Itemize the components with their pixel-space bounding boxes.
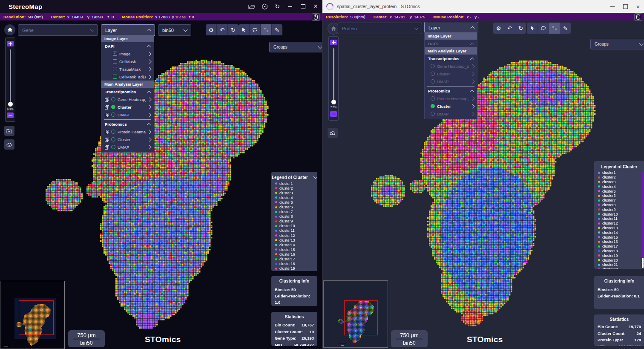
chevron-right-icon[interactable]: [471, 64, 475, 68]
duplicate-layer-icon[interactable]: [104, 130, 109, 134]
settings-icon[interactable]: [258, 0, 271, 13]
file-browser-button[interactable]: [4, 126, 14, 136]
maximize-icon[interactable]: [296, 0, 309, 13]
layer-item[interactable]: CellMask_adjusted: [101, 73, 154, 81]
main-analysis-section[interactable]: Main Analysis Layer: [425, 47, 477, 55]
checkbox-icon[interactable]: [113, 75, 117, 79]
settings-gear-button[interactable]: ⚙: [493, 23, 504, 34]
minimize-icon[interactable]: [284, 0, 296, 13]
radio-icon[interactable]: [431, 104, 435, 108]
chevron-right-icon[interactable]: [147, 130, 152, 134]
layer-item[interactable]: Gene Heatmap_tis...: [425, 62, 477, 70]
layer-item[interactable]: CellMask: [101, 58, 154, 65]
zoom-slider-track[interactable]: [333, 48, 334, 104]
box-select-tool-button[interactable]: [261, 24, 272, 35]
proteomics-group[interactable]: Proteomics: [101, 121, 154, 128]
home-button[interactable]: [4, 24, 15, 35]
checkbox-icon[interactable]: [113, 59, 117, 63]
pen-tool-button[interactable]: ✎: [272, 24, 282, 35]
radio-icon[interactable]: [431, 96, 435, 101]
chevron-right-icon[interactable]: [147, 145, 152, 149]
legend-item[interactable]: cluster12: [275, 233, 317, 238]
groups-dropdown[interactable]: Groups: [269, 42, 322, 52]
duplicate-layer-icon[interactable]: [104, 145, 109, 149]
chevron-right-icon[interactable]: [147, 67, 152, 71]
radio-icon[interactable]: [111, 105, 115, 109]
dapi-group[interactable]: DAPI: [425, 40, 477, 47]
refresh-icon[interactable]: ↻: [271, 0, 284, 13]
layer-item[interactable]: Cluster: [101, 103, 154, 111]
radio-icon[interactable]: [431, 72, 435, 76]
chevron-right-icon[interactable]: [147, 75, 152, 79]
legend-item[interactable]: cluster22: [598, 267, 644, 269]
cursor-tool-button[interactable]: [527, 23, 538, 34]
redo-button[interactable]: ↻: [515, 23, 526, 34]
mouse-icon[interactable]: [634, 13, 642, 21]
layer-item[interactable]: Cluster: [101, 136, 154, 143]
radio-icon[interactable]: [111, 130, 115, 134]
zoom-in-button[interactable]: [330, 40, 337, 45]
radio-icon[interactable]: [111, 137, 115, 141]
viewport-rectangle[interactable]: [19, 300, 54, 335]
legend-item[interactable]: cluster11: [598, 216, 644, 221]
layer-item[interactable]: Cluster: [425, 70, 477, 78]
layer-dropdown[interactable]: Layer: [424, 22, 478, 33]
legend-item[interactable]: cluster8: [598, 203, 644, 208]
chevron-right-icon[interactable]: [471, 104, 475, 108]
layer-item[interactable]: Protein Heatmap_...: [425, 95, 477, 102]
legend-item[interactable]: cluster5: [275, 200, 317, 205]
groups-dropdown[interactable]: Groups: [590, 39, 644, 49]
legend-item[interactable]: cluster2: [275, 186, 317, 190]
zoom-out-button[interactable]: [7, 112, 14, 118]
legend-item[interactable]: cluster15: [275, 247, 317, 252]
layer-item[interactable]: Gene Heatmap_tis...: [101, 95, 154, 103]
dapi-group[interactable]: DAPI: [101, 43, 154, 50]
lasso-tool-button[interactable]: [250, 24, 261, 35]
cluster-map-canvas[interactable]: [40, 55, 274, 331]
legend-item[interactable]: cluster12: [598, 221, 644, 226]
legend-item[interactable]: cluster14: [275, 242, 317, 247]
legend-item[interactable]: cluster9: [598, 207, 644, 212]
legend-item[interactable]: cluster8: [275, 214, 317, 219]
zoom-slider-thumb[interactable]: [8, 102, 13, 107]
settings-gear-button[interactable]: ⚙: [206, 24, 217, 35]
legend-item[interactable]: cluster17: [598, 244, 644, 249]
legend-item[interactable]: cluster19: [275, 266, 317, 271]
checkbox-icon[interactable]: [113, 67, 117, 71]
legend-item[interactable]: cluster3: [598, 180, 644, 185]
legend-item[interactable]: cluster18: [598, 249, 644, 254]
radio-icon[interactable]: [431, 112, 435, 116]
lasso-tool-button[interactable]: [538, 23, 549, 34]
zoom-slider-thumb[interactable]: [331, 100, 336, 104]
layer-dropdown[interactable]: Layer: [101, 24, 155, 36]
layer-item[interactable]: UMAP: [101, 111, 154, 118]
layer-item[interactable]: Image: [101, 50, 154, 58]
chevron-right-icon[interactable]: [147, 137, 152, 141]
legend-item[interactable]: cluster21: [598, 262, 644, 267]
main-analysis-section[interactable]: Main Analysis Layer: [101, 81, 154, 88]
legend-item[interactable]: cluster18: [275, 262, 317, 266]
duplicate-layer-icon[interactable]: [104, 97, 109, 101]
legend-item[interactable]: cluster17: [275, 257, 317, 262]
duplicate-layer-icon[interactable]: [104, 105, 109, 109]
box-select-tool-button[interactable]: [549, 23, 560, 34]
legend-item[interactable]: cluster7: [598, 198, 644, 203]
chevron-right-icon[interactable]: [471, 96, 475, 101]
chevron-right-icon[interactable]: [147, 105, 152, 109]
legend-item[interactable]: cluster11: [275, 228, 317, 233]
redo-button[interactable]: ↻: [228, 24, 239, 35]
chevron-right-icon[interactable]: [147, 97, 152, 101]
legend-item[interactable]: cluster19: [598, 253, 644, 258]
legend-item[interactable]: cluster14: [598, 230, 644, 235]
legend-item[interactable]: cluster6: [598, 193, 644, 198]
radio-icon[interactable]: [111, 97, 115, 101]
chevron-right-icon[interactable]: [471, 112, 475, 116]
layer-item[interactable]: UMAP: [101, 143, 154, 151]
image-layer-section[interactable]: Image Layer: [425, 32, 477, 40]
chevron-right-icon[interactable]: [147, 52, 152, 56]
zoom-out-button[interactable]: [330, 111, 337, 117]
legend-item[interactable]: cluster15: [598, 235, 644, 239]
legend-item[interactable]: cluster1: [275, 181, 317, 186]
cursor-tool-button[interactable]: [239, 24, 250, 35]
radio-icon[interactable]: [111, 145, 115, 149]
